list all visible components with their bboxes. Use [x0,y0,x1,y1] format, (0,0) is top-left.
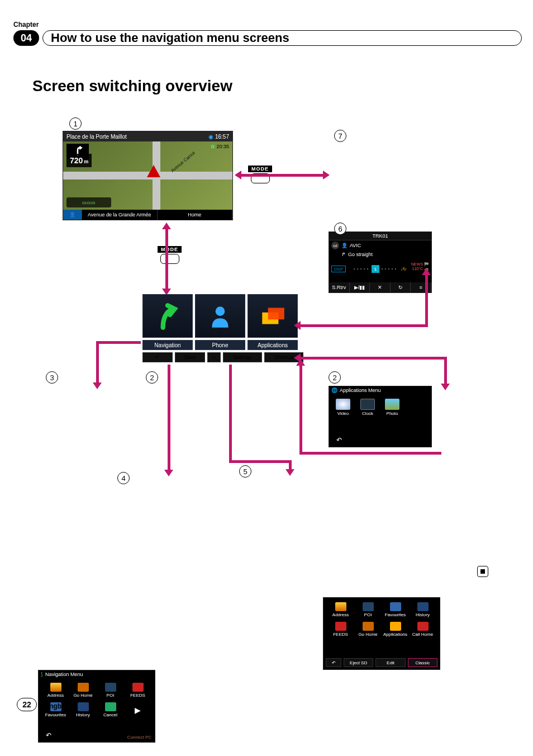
tm-settings-button[interactable]: Settings [223,352,262,362]
route-icon: ⟆ [41,672,43,677]
mode-button-2[interactable]: MODE [158,246,182,264]
nav-back-button[interactable]: ↶ [42,731,55,740]
navmenu-title: Navigation Menu [45,672,83,677]
mode-label: MODE [158,246,182,253]
svg-point-0 [216,306,225,316]
callout-6: 6 [334,223,346,235]
cell-label: Favourites [385,612,406,617]
nav-poi[interactable]: POI [97,681,124,700]
sc-classic-button[interactable]: Classic [408,658,437,667]
tm-play-icon[interactable]: ▷ [207,352,221,362]
cell-label: Go Home [73,693,92,698]
list-button[interactable]: ≡ [411,282,431,292]
cell-label: FEEDS [130,693,145,698]
sc-ejectsd-button[interactable]: Eject SD [344,658,373,667]
sc-feeds[interactable]: FEEDS [327,620,354,639]
page-number: 22 [17,698,37,711]
map-screen: Place de la Porte Maillot ◉ 16:57 ✿ 20:3… [63,131,233,220]
sc-callhome[interactable]: Call Home [409,620,436,639]
vehicle-cursor-icon [147,165,160,177]
nav-history[interactable]: History [69,700,97,720]
applications-menu-screen: 🌐Applications Menu Video Clock Photo ↶ [329,386,432,447]
sc-history[interactable]: History [409,600,436,620]
artist-icon: 👤 [341,243,348,248]
map-menu-icon[interactable]: 👤 [63,210,82,220]
nav-feeds[interactable]: FEEDS [124,681,151,700]
callout-4: 4 [117,472,130,484]
cell-label: Address [47,693,64,698]
cell-label: History [416,612,430,617]
cell-label: Cancel [103,712,117,717]
cell-label: FEEDS [333,632,348,637]
language-code: Engb [45,702,61,710]
sc-favourites[interactable]: Favourites [382,600,409,620]
back-button[interactable]: ↶ [332,436,346,445]
callout-1: 1 [69,117,82,130]
av-artist: AVIC [350,243,361,248]
callout-5: 5 [239,465,251,478]
section-title: Screen switching overview [32,77,232,95]
nav-next[interactable]: ▶ [124,700,151,720]
top-menu-tile-applications[interactable] [248,294,298,338]
map-distance-unit: m [84,159,88,164]
eco-meter: ▭▭▭ [66,197,111,207]
eta-icon: ✿ [211,144,217,149]
app-video[interactable]: Video [336,399,350,416]
av-track: TRK01 [372,233,388,239]
av-guidance: Go straight [348,252,373,257]
news-label: NEWS [411,262,423,266]
sc-gohome[interactable]: Go Home [354,620,382,639]
cell-label: History [76,712,90,717]
cell-label: Clock [362,411,373,416]
apps-title: Applications Menu [340,388,381,393]
news-flag-icon: 🏁 [423,262,429,266]
callout-2b: 2 [329,371,341,384]
connect-pc-label[interactable]: Connect PC [127,735,151,740]
sc-address[interactable]: Address [327,600,354,620]
chapter-number-badge: 04 [13,30,39,46]
cell-label: Address [332,612,349,617]
globe-icon: 🌐 [331,388,337,393]
tm-eject-button[interactable]: Eject [175,352,205,362]
cell-label: Photo [387,411,398,416]
nav-cancel[interactable]: Cancel [97,700,124,720]
gps-icon: ◉ [208,134,215,140]
play-pause-button[interactable]: ▶/▮▮ [350,282,370,292]
nav-gohome[interactable]: Go Home [69,681,97,700]
chapter-title: How to use the navigation menu screens [51,31,289,45]
repeat-button[interactable]: ↻ [391,282,411,292]
app-clock[interactable]: Clock [360,399,375,416]
chapter-title-pill: How to use the navigation menu screens [42,30,522,46]
top-menu-tile-phone[interactable] [195,294,245,338]
cell-label: Favourites [45,712,66,717]
cell-label: POI [364,612,372,617]
section-end-marker [477,566,488,577]
disp-button[interactable]: DISP [331,266,346,272]
svg-rect-2 [268,308,284,319]
cell-label: Applications [383,632,407,637]
map-time: 16:57 [215,134,229,140]
shuffle-button[interactable]: ✕ [370,282,391,292]
srtrv-button[interactable]: S.Rtrv [329,282,350,292]
cd-icon: cd [331,242,339,249]
top-menu-tile-navigation[interactable] [142,294,193,338]
tm-label: Navigation [142,340,193,350]
note-icon: ♪↻ [401,267,407,272]
nav-address[interactable]: Address [42,681,69,700]
cell-label: Call Home [412,632,433,637]
av-track-num: 1 [372,265,379,273]
app-photo[interactable]: Photo [385,399,399,416]
map-eta: 20:35 [216,144,229,149]
sc-edit-button[interactable]: Edit [375,658,405,667]
top-menu-screen: Navigation Phone Applications ↶ Eject ▷ … [142,294,298,362]
map-bottom-street: Avenue de la Grande Armée [82,210,158,220]
tm-back-button[interactable]: ↶ [142,352,173,362]
sc-applications[interactable]: Applications [382,620,409,639]
cell-label: POI [107,693,115,698]
sc-poi[interactable]: POI [354,600,382,620]
home-button[interactable]: Home [158,210,233,220]
sc-back-button[interactable]: ↶ [326,658,341,667]
cell-label: Go Home [358,632,377,637]
tm-label: Phone [195,340,245,350]
callout-7: 7 [334,130,346,142]
